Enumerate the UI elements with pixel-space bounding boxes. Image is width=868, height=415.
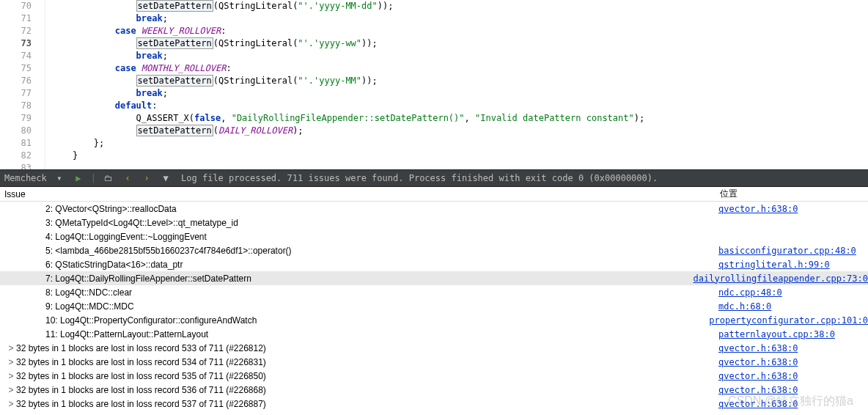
issue-location-link[interactable]: qvector.h:638:0 (718, 371, 868, 381)
code-content[interactable]: default: (45, 100, 158, 112)
issue-text: 3: QMetaTypeId<Log4Qt::Level>::qt_metaty… (45, 218, 238, 228)
code-editor[interactable]: 70 setDatePattern(QStringLiteral("'.'yyy… (0, 0, 868, 169)
issue-row[interactable]: 3: QMetaTypeId<Log4Qt::Level>::qt_metaty… (0, 216, 868, 229)
line-number: 80 (0, 125, 45, 137)
issue-text: 32 bytes in 1 blocks are lost in loss re… (16, 399, 266, 409)
code-line[interactable]: 70 setDatePattern(QStringLiteral("'.'yyy… (0, 0, 868, 12)
issue-row[interactable]: >32 bytes in 1 blocks are lost in loss r… (0, 383, 868, 397)
issue-text: 32 bytes in 1 blocks are lost in loss re… (16, 343, 266, 353)
issue-row[interactable]: 8: Log4Qt::NDC::clearndc.cpp:48:0 (0, 285, 868, 299)
code-content[interactable]: setDatePattern(QStringLiteral("'.'yyyy-M… (45, 0, 393, 12)
column-location[interactable]: 位置 (718, 188, 868, 200)
status-text: Log file processed. 711 issues were foun… (181, 173, 658, 183)
line-number: 76 (0, 75, 45, 87)
code-line[interactable]: 77 break; (0, 87, 868, 100)
issue-location-link[interactable]: patternlayout.cpp:38:0 (718, 329, 868, 339)
column-issue[interactable]: Issue (0, 189, 718, 199)
line-number: 78 (0, 100, 45, 112)
issue-location-link[interactable]: qvector.h:638:0 (718, 385, 868, 395)
issue-location-link[interactable]: dailyrollingfileappender.cpp:73:0 (694, 273, 868, 284)
issue-row[interactable]: 5: <lambda_466be2815bf55b1660237c4f784e6… (0, 243, 868, 257)
line-number: 81 (0, 137, 45, 150)
issue-row[interactable]: 7: Log4Qt::DailyRollingFileAppender::set… (0, 271, 868, 285)
issue-text: 32 bytes in 1 blocks are lost in loss re… (16, 371, 266, 381)
toolbar-title: Memcheck (4, 173, 47, 183)
issue-row[interactable]: >32 bytes in 1 blocks are lost in loss r… (0, 369, 868, 383)
issue-row[interactable]: 9: Log4Qt::MDC::MDCmdc.h:68:0 (0, 299, 868, 313)
code-line[interactable]: 73 setDatePattern(QStringLiteral("'.'yyy… (0, 37, 868, 50)
line-number: 73 (0, 37, 45, 50)
code-line[interactable]: 71 break; (0, 12, 868, 25)
play-icon[interactable]: ▶ (72, 172, 85, 185)
line-number: 70 (0, 0, 45, 12)
code-line[interactable]: 83 (0, 162, 868, 169)
issue-row[interactable]: >32 bytes in 1 blocks are lost in loss r… (0, 341, 868, 355)
issue-text: 7: Log4Qt::DailyRollingFileAppender::set… (45, 273, 251, 284)
issue-text: 32 bytes in 1 blocks are lost in loss re… (16, 357, 266, 367)
code-line[interactable]: 82 } (0, 150, 868, 162)
issue-text: 4: Log4Qt::LoggingEvent::~LoggingEvent (45, 232, 207, 242)
expand-arrow-icon[interactable]: > (6, 343, 16, 353)
code-content[interactable]: } (45, 150, 78, 162)
issue-location-link[interactable]: qvector.h:638:0 (718, 399, 868, 409)
code-line[interactable]: 76 setDatePattern(QStringLiteral("'.'yyy… (0, 75, 868, 87)
issue-location-link[interactable]: qvector.h:638:0 (718, 357, 868, 367)
chevron-down-icon[interactable]: ▾ (53, 172, 66, 185)
line-number: 74 (0, 50, 45, 62)
line-number: 83 (0, 162, 45, 169)
code-content[interactable]: }; (45, 137, 104, 150)
issue-location-link[interactable]: basicconfigurator.cpp:48:0 (718, 246, 868, 256)
code-line[interactable]: 72 case WEEKLY_ROLLOVER: (0, 25, 868, 37)
code-content[interactable]: setDatePattern(DAILY_ROLLOVER); (45, 125, 304, 137)
issue-text: 8: Log4Qt::NDC::clear (45, 287, 132, 298)
code-line[interactable]: 80 setDatePattern(DAILY_ROLLOVER); (0, 125, 868, 137)
issues-panel: Issue 位置 2: QVector<QString>::reallocDat… (0, 187, 868, 415)
expand-arrow-icon[interactable]: > (6, 399, 16, 409)
issue-location-link[interactable]: mdc.h:68:0 (718, 301, 868, 312)
expand-arrow-icon[interactable]: > (6, 371, 16, 381)
code-line[interactable]: 74 break; (0, 50, 868, 62)
issue-location-link[interactable]: qstringliteral.h:99:0 (718, 260, 868, 270)
chevron-left-icon[interactable]: ‹ (121, 172, 134, 185)
code-content[interactable]: break; (45, 87, 168, 100)
issue-text: 32 bytes in 1 blocks are lost in loss re… (16, 385, 266, 395)
issue-row[interactable]: 4: Log4Qt::LoggingEvent::~LoggingEvent (0, 229, 868, 243)
issue-row[interactable]: 2: QVector<QString>::reallocDataqvector.… (0, 202, 868, 216)
line-number: 75 (0, 62, 45, 75)
code-content[interactable] (45, 162, 51, 169)
code-line[interactable]: 78 default: (0, 100, 868, 112)
issue-row[interactable]: >32 bytes in 1 blocks are lost in loss r… (0, 355, 868, 369)
code-content[interactable]: break; (45, 50, 168, 62)
code-content[interactable]: Q_ASSERT_X(false, "DailyRollingFileAppen… (45, 112, 644, 125)
filter-icon[interactable]: ▼ (159, 172, 172, 185)
code-line[interactable]: 75 case MONTHLY_ROLLOVER: (0, 62, 868, 75)
issue-text: 6: QStaticStringData<16>::data_ptr (45, 260, 183, 270)
code-content[interactable]: case MONTHLY_ROLLOVER: (45, 62, 232, 75)
issue-row[interactable]: 11: Log4Qt::PatternLayout::PatternLayout… (0, 327, 868, 341)
chevron-right-icon[interactable]: › (140, 172, 153, 185)
line-number: 77 (0, 87, 45, 100)
issue-location-link[interactable]: propertyconfigurator.cpp:101:0 (709, 315, 868, 326)
code-content[interactable]: setDatePattern(QStringLiteral("'.'yyyy-M… (45, 75, 378, 87)
code-content[interactable]: setDatePattern(QStringLiteral("'.'yyyy-w… (45, 37, 378, 50)
folder-icon[interactable]: 🗀 (102, 172, 115, 185)
expand-arrow-icon[interactable]: > (6, 385, 16, 395)
issue-text: 2: QVector<QString>::reallocData (45, 204, 177, 214)
issue-location-link[interactable]: qvector.h:638:0 (718, 204, 868, 214)
memcheck-toolbar: Memcheck ▾ ▶ | 🗀 ‹ › ▼ Log file processe… (0, 169, 868, 187)
issue-row[interactable]: 10: Log4Qt::PropertyConfigurator::config… (0, 313, 868, 327)
issue-text: 5: <lambda_466be2815bf55b1660237c4f784e6… (45, 246, 292, 256)
issue-text: 11: Log4Qt::PatternLayout::PatternLayout (45, 329, 208, 339)
issue-row[interactable]: 6: QStaticStringData<16>::data_ptrqstrin… (0, 257, 868, 271)
issue-row[interactable]: >32 bytes in 1 blocks are lost in loss r… (0, 397, 868, 411)
issue-location-link[interactable]: qvector.h:638:0 (718, 343, 868, 353)
code-content[interactable]: case WEEKLY_ROLLOVER: (45, 25, 226, 37)
expand-arrow-icon[interactable]: > (6, 357, 16, 367)
code-content[interactable]: break; (45, 12, 168, 25)
code-line[interactable]: 81 }; (0, 137, 868, 150)
issue-location-link[interactable]: ndc.cpp:48:0 (718, 287, 868, 298)
line-number: 71 (0, 12, 45, 25)
line-number: 72 (0, 25, 45, 37)
code-line[interactable]: 79 Q_ASSERT_X(false, "DailyRollingFileAp… (0, 112, 868, 125)
issue-text: 9: Log4Qt::MDC::MDC (45, 301, 134, 312)
